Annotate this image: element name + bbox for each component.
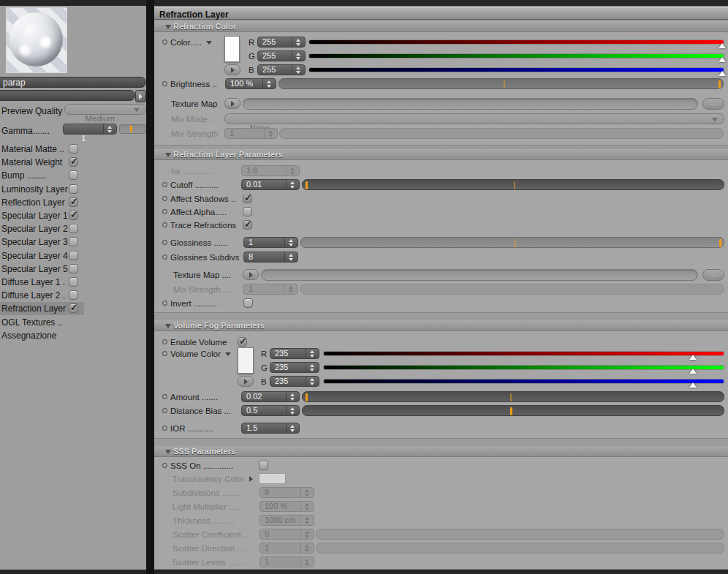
texture-map-field[interactable] xyxy=(243,98,698,110)
texture-map-options-button[interactable] xyxy=(243,269,259,280)
stepper-arrows-icon[interactable] xyxy=(306,349,319,358)
texture-map-browse-button[interactable]: ... xyxy=(702,98,724,110)
section-header-refraction-params[interactable]: Refraction Layer Parameters xyxy=(154,149,728,160)
sidebar-item-diffuse-layer-2[interactable]: Diffuse Layer 2 . xyxy=(0,290,146,302)
stepper-arrows-icon[interactable] xyxy=(286,392,299,401)
channel-checkbox[interactable] xyxy=(69,157,78,167)
param-dot-icon[interactable] xyxy=(162,182,167,187)
param-dot-icon[interactable] xyxy=(162,196,167,201)
stepper-arrows-icon[interactable] xyxy=(292,37,305,47)
slider-handle-triangle[interactable] xyxy=(689,369,697,374)
sidebar-item-assegnazione[interactable]: Assegnazione xyxy=(0,330,146,342)
section-header-sss[interactable]: SSS Parameters xyxy=(154,446,728,457)
sidebar-item-diffuse-layer-1[interactable]: Diffuse Layer 1 . xyxy=(0,276,146,289)
volume-color-options-button[interactable] xyxy=(238,376,254,387)
stepper-arrows-icon[interactable] xyxy=(306,363,319,372)
texture-map-field[interactable] xyxy=(261,269,698,281)
color-options-button[interactable] xyxy=(224,64,240,75)
distance-bias-stepper[interactable]: 0.5 xyxy=(241,405,300,416)
channel-checkbox[interactable] xyxy=(69,211,78,220)
slider-marker[interactable] xyxy=(718,80,721,88)
sidebar-item-bump[interactable]: Bump ........ xyxy=(0,170,146,182)
slider-marker[interactable] xyxy=(306,181,308,189)
slider-handle-triangle[interactable] xyxy=(689,382,697,388)
channel-checkbox[interactable] xyxy=(69,264,78,273)
param-dot-icon[interactable] xyxy=(162,301,167,306)
collapse-triangle-icon[interactable] xyxy=(165,450,171,454)
stepper-arrows-icon[interactable] xyxy=(286,180,299,189)
collapse-triangle-icon[interactable] xyxy=(165,25,171,29)
invert-checkbox[interactable] xyxy=(243,298,253,308)
slider-handle-triangle[interactable] xyxy=(718,71,726,76)
sidebar-item-material-weight[interactable]: Material Weight xyxy=(0,156,146,169)
material-path-expand-button[interactable] xyxy=(135,90,146,102)
chevron-down-icon[interactable] xyxy=(225,352,231,356)
channel-checkbox[interactable] xyxy=(69,184,78,194)
texture-map-options-button[interactable] xyxy=(224,98,240,109)
collapse-triangle-icon[interactable] xyxy=(165,324,171,328)
glossiness-stepper[interactable]: 1 xyxy=(243,237,298,248)
param-dot-icon[interactable] xyxy=(162,463,167,468)
section-header-volume-fog[interactable]: Volume Fog Parameters xyxy=(154,320,728,331)
stepper-arrows-icon[interactable] xyxy=(284,238,297,247)
volume-ior-stepper[interactable]: 1.5 xyxy=(241,423,300,434)
sidebar-item-specular-layer-3[interactable]: Specular Layer 3 xyxy=(0,236,146,249)
texture-map-browse-button[interactable]: ... xyxy=(702,269,724,281)
cutoff-slider[interactable] xyxy=(302,179,724,190)
brightness-stepper[interactable]: 100 % xyxy=(225,78,276,89)
chevron-down-icon[interactable] xyxy=(206,41,212,45)
channel-checkbox[interactable] xyxy=(69,197,78,207)
channel-checkbox[interactable] xyxy=(69,303,78,313)
sidebar-item-specular-layer-5[interactable]: Specular Layer 5 xyxy=(0,263,146,276)
channel-checkbox[interactable] xyxy=(69,290,78,300)
gamma-stepper[interactable]: 1 xyxy=(63,124,117,135)
slider-handle-triangle[interactable] xyxy=(718,43,726,48)
slider-marker[interactable] xyxy=(719,239,721,247)
param-dot-icon[interactable] xyxy=(162,39,167,45)
slider-handle-triangle[interactable] xyxy=(718,57,726,62)
stepper-arrows-icon[interactable] xyxy=(262,79,276,88)
channel-checkbox[interactable] xyxy=(69,170,78,180)
distance-bias-slider[interactable] xyxy=(302,405,724,416)
volume-color-b-gradient-slider[interactable] xyxy=(324,379,724,383)
sidebar-item-specular-layer-2[interactable]: Specular Layer 2 xyxy=(0,223,146,235)
channel-checkbox[interactable] xyxy=(69,251,78,260)
sidebar-item-specular-layer-1[interactable]: Specular Layer 1 xyxy=(0,210,146,222)
stepper-arrows-icon[interactable] xyxy=(286,423,299,433)
affect-shadows-checkbox[interactable] xyxy=(243,194,252,203)
param-dot-icon[interactable] xyxy=(162,394,167,399)
volume-color-b-stepper[interactable]: 235 xyxy=(270,376,319,387)
slider-marker[interactable] xyxy=(306,393,308,401)
channel-checkbox[interactable] xyxy=(69,144,78,154)
glossines-subdivs-stepper[interactable]: 8 xyxy=(243,252,298,263)
channel-checkbox[interactable] xyxy=(69,224,78,233)
stepper-arrows-icon[interactable] xyxy=(103,124,116,134)
volume-color-r-stepper[interactable]: 235 xyxy=(270,348,319,359)
amount-slider[interactable] xyxy=(302,391,724,402)
param-dot-icon[interactable] xyxy=(162,351,167,356)
trace-refractions-checkbox[interactable] xyxy=(243,220,252,230)
param-dot-icon[interactable] xyxy=(162,222,167,227)
section-header-refraction-color[interactable]: Refraction Color xyxy=(154,21,728,32)
amount-stepper[interactable]: 0.02 xyxy=(241,391,300,402)
brightness-slider[interactable] xyxy=(278,78,724,89)
enable-volume-checkbox[interactable] xyxy=(238,337,247,347)
cutoff-stepper[interactable]: 0.01 xyxy=(241,179,300,190)
slider-marker[interactable] xyxy=(130,126,132,132)
material-name-field[interactable]: parap xyxy=(0,77,146,88)
stepper-arrows-icon[interactable] xyxy=(292,51,305,61)
color-g-stepper[interactable]: 255 xyxy=(257,50,306,61)
sidebar-item-ogl-textures[interactable]: OGL Textures .. xyxy=(0,317,146,329)
material-path-field[interactable] xyxy=(0,90,135,101)
color-b-stepper[interactable]: 255 xyxy=(257,64,306,75)
channel-checkbox[interactable] xyxy=(69,277,78,287)
color-b-gradient-slider[interactable] xyxy=(309,68,724,72)
color-r-gradient-slider[interactable] xyxy=(309,40,724,44)
param-dot-icon[interactable] xyxy=(162,81,167,86)
preview-quality-dropdown[interactable]: Medium xyxy=(64,104,146,115)
gamma-slider[interactable] xyxy=(119,124,146,134)
affect-alpha-checkbox[interactable] xyxy=(243,207,252,216)
slider-marker[interactable] xyxy=(510,407,512,415)
sss-on-checkbox[interactable] xyxy=(259,461,268,470)
volume-color-g-gradient-slider[interactable] xyxy=(324,366,724,369)
